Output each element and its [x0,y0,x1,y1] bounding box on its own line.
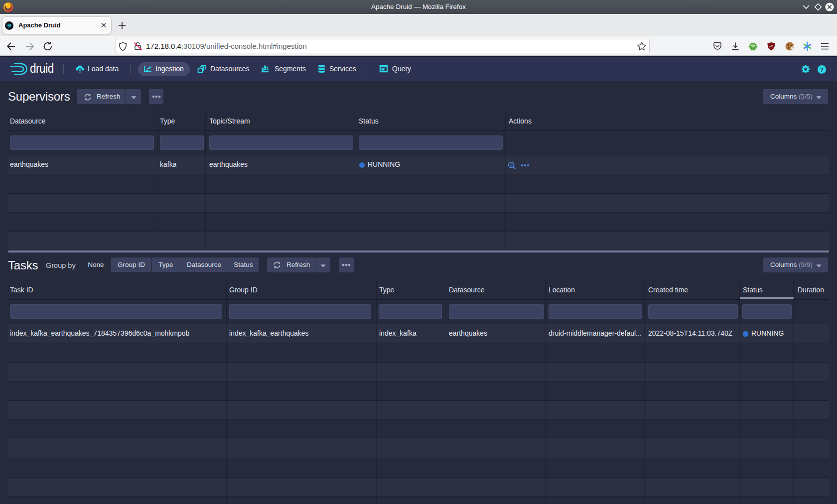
svg-text:?: ? [820,66,824,73]
svg-text:uO: uO [769,45,773,48]
